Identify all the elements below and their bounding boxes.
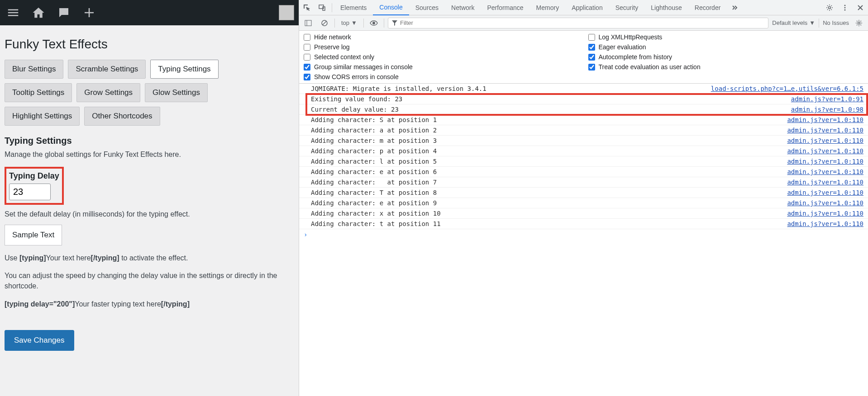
console-setting-checkbox[interactable]: Autocomplete from history: [588, 53, 868, 61]
filter-input[interactable]: [400, 19, 764, 26]
devtools-tab-console[interactable]: Console: [373, 0, 409, 15]
tab-blur-settings[interactable]: Blur Settings: [5, 60, 63, 79]
log-message: Adding character: p at position 4: [311, 147, 787, 155]
console-log-line: Adding character: t at position 11admin.…: [299, 219, 868, 229]
console-setting-checkbox[interactable]: Selected context only: [304, 53, 584, 61]
settings-gear-icon[interactable]: [822, 0, 837, 15]
comment-icon[interactable]: [52, 1, 75, 24]
tab-scramble-settings[interactable]: Scramble Settings: [68, 60, 146, 79]
console-settings-gear-icon[interactable]: [853, 17, 865, 29]
checkbox[interactable]: [588, 44, 595, 51]
log-source-link[interactable]: admin.js?ver=1.0:110: [787, 189, 863, 196]
live-expression-icon[interactable]: [367, 17, 380, 29]
console-setting-checkbox[interactable]: Show CORS errors in console: [304, 73, 584, 80]
console-settings-panel: Hide networkPreserve logSelected context…: [299, 31, 868, 84]
checkbox[interactable]: [304, 64, 310, 71]
checkbox[interactable]: [304, 54, 310, 61]
log-source-link[interactable]: admin.js?ver=1.0:110: [787, 168, 863, 175]
devtools-tab-security[interactable]: Security: [609, 0, 645, 15]
clear-console-icon[interactable]: [318, 17, 331, 29]
user-avatar[interactable]: [279, 5, 294, 20]
tab-glow-settings[interactable]: Glow Settings: [145, 83, 208, 102]
save-changes-button[interactable]: Save Changes: [5, 330, 74, 351]
checkbox-label: Hide network: [314, 33, 351, 41]
devtools-tab-sources[interactable]: Sources: [409, 0, 445, 15]
log-source-link[interactable]: admin.js?ver=1.0:110: [787, 137, 863, 144]
console-log-line: Adding character: a at position 2admin.j…: [299, 125, 868, 136]
console-log-line: Adding character: p at position 4admin.j…: [299, 146, 868, 156]
typing-delay-input[interactable]: [9, 184, 51, 200]
console-setting-checkbox[interactable]: Log XMLHttpRequests: [588, 33, 868, 41]
context-selector[interactable]: top ▼: [339, 19, 360, 26]
console-setting-checkbox[interactable]: Group similar messages in console: [304, 63, 584, 71]
log-source-link[interactable]: admin.js?ver=1.0:98: [791, 106, 863, 113]
dropdown-icon: ▼: [351, 19, 357, 26]
console-setting-checkbox[interactable]: Eager evaluation: [588, 43, 868, 51]
log-source-link[interactable]: admin.js?ver=1.0:110: [787, 116, 863, 123]
home-icon[interactable]: [27, 1, 50, 24]
checkbox[interactable]: [304, 34, 310, 41]
console-log-line: Adding character: e at position 9admin.j…: [299, 198, 868, 208]
wordpress-panel: Funky Text Effects Blur Settings Scrambl…: [0, 0, 299, 396]
close-devtools-icon[interactable]: [853, 0, 868, 15]
checkbox[interactable]: [588, 54, 595, 61]
device-toggle-icon[interactable]: [315, 0, 330, 15]
tab-typing-settings[interactable]: Typing Settings: [150, 60, 218, 79]
usage-mid: Your text here: [46, 254, 91, 262]
toggle-sidebar-icon[interactable]: [302, 17, 315, 29]
devtools-tab-performance[interactable]: Performance: [481, 0, 529, 15]
console-setting-checkbox[interactable]: Preserve log: [304, 43, 584, 51]
svg-point-2: [829, 6, 831, 9]
log-message: Adding character: a at position 2: [311, 127, 787, 134]
svg-point-3: [844, 5, 846, 6]
log-message: JQMIGRATE: Migrate is installed, version…: [311, 85, 711, 92]
wp-admin-toolbar: [0, 0, 299, 25]
issues-link[interactable]: No Issues: [823, 19, 849, 26]
devtools-tab-memory[interactable]: Memory: [530, 0, 566, 15]
more-tabs-icon[interactable]: [727, 0, 742, 15]
tab-highlight-settings[interactable]: Highlight Settings: [5, 107, 80, 126]
checkbox[interactable]: [588, 34, 595, 41]
console-log-line: Existing value found: 23admin.js?ver=1.0…: [299, 94, 868, 104]
console-prompt[interactable]: ›: [299, 229, 868, 240]
log-source-link[interactable]: admin.js?ver=1.0:110: [787, 147, 863, 155]
log-source-link[interactable]: admin.js?ver=1.0:110: [787, 127, 863, 134]
checkbox[interactable]: [304, 74, 310, 80]
kebab-menu-icon[interactable]: [837, 0, 853, 15]
console-log-line: Current delay value: 23admin.js?ver=1.0:…: [299, 104, 868, 115]
log-source-link[interactable]: load-scripts.php?c=1…e,utils&ver=6.6.1:5: [711, 85, 863, 92]
usage-close-tag: [/typing]: [91, 254, 119, 262]
tab-grow-settings[interactable]: Grow Settings: [76, 83, 140, 102]
devtools-tab-elements[interactable]: Elements: [334, 0, 373, 15]
console-log-line: Adding character: l at position 5admin.j…: [299, 156, 868, 167]
log-levels-selector[interactable]: Default levels ▼: [772, 19, 815, 26]
add-icon[interactable]: [78, 1, 100, 24]
console-setting-checkbox[interactable]: Treat code evaluation as user action: [588, 63, 868, 71]
console-setting-checkbox[interactable]: Hide network: [304, 33, 584, 41]
tab-other-shortcodes[interactable]: Other Shortcodes: [84, 107, 160, 126]
section-intro: Manage the global settings for Funky Tex…: [5, 151, 294, 159]
log-source-link[interactable]: admin.js?ver=1.0:110: [787, 179, 863, 186]
log-message: Adding character: l at position 5: [311, 158, 787, 165]
devtools-tab-application[interactable]: Application: [565, 0, 609, 15]
devtools-tab-recorder[interactable]: Recorder: [688, 0, 727, 15]
checkbox[interactable]: [304, 44, 310, 51]
checkbox[interactable]: [588, 64, 595, 71]
console-log-line: Adding character: e at position 6admin.j…: [299, 167, 868, 177]
log-source-link[interactable]: admin.js?ver=1.0:110: [787, 220, 863, 227]
log-message: Adding character: m at position 3: [311, 137, 787, 144]
log-message: Adding character: t at position 11: [311, 220, 787, 227]
section-heading: Typing Settings: [5, 136, 294, 146]
log-message: Adding character: e at position 9: [311, 199, 787, 207]
log-source-link[interactable]: admin.js?ver=1.0:110: [787, 210, 863, 217]
log-source-link[interactable]: admin.js?ver=1.0:110: [787, 158, 863, 165]
devtools-tab-lighthouse[interactable]: Lighthouse: [644, 0, 688, 15]
inspect-icon[interactable]: [299, 0, 315, 15]
menu-icon[interactable]: [2, 1, 24, 24]
tab-tooltip-settings[interactable]: Tooltip Settings: [5, 83, 72, 102]
log-message: Adding character: x at position 10: [311, 210, 787, 217]
log-source-link[interactable]: admin.js?ver=1.0:110: [787, 199, 863, 207]
log-source-link[interactable]: admin.js?ver=1.0:91: [791, 95, 863, 103]
devtools-tab-network[interactable]: Network: [445, 0, 481, 15]
tabs-row-2: Tooltip Settings Grow Settings Glow Sett…: [5, 83, 294, 102]
